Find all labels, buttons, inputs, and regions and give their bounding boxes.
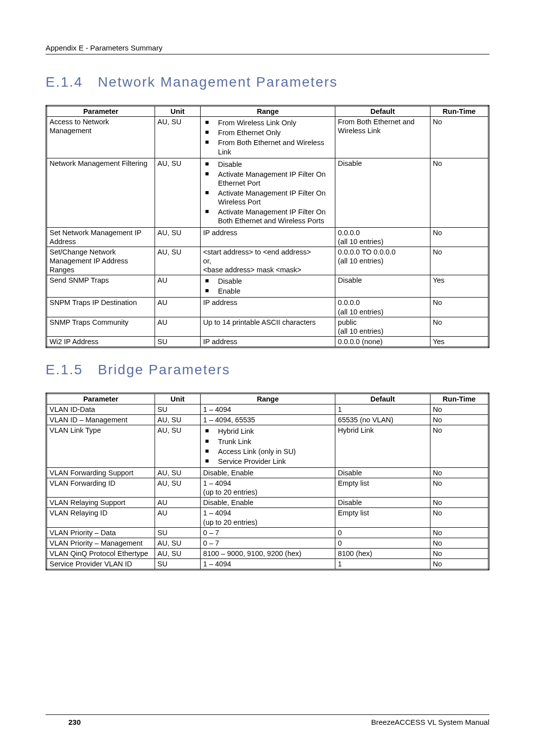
table-row: VLAN Forwarding SupportAU, SUDisable, En… [47, 467, 489, 478]
cell-parameter: VLAN Link Type [47, 425, 155, 468]
cell-unit: AU [155, 317, 200, 336]
cell-parameter: Send SNMP Traps [47, 275, 155, 298]
col-unit: Unit [155, 394, 200, 404]
cell-range: DisableEnable [201, 275, 335, 298]
cell-parameter: Access to Network Management [47, 117, 155, 158]
table-row: Send SNMP TrapsAUDisableEnableDisableYes [47, 275, 489, 298]
cell-unit: AU, SU [155, 117, 200, 158]
col-range: Range [201, 394, 335, 404]
table-row: VLAN Priority – DataSU0 – 70No [47, 527, 489, 538]
cell-default: Empty list [335, 478, 430, 498]
cell-unit: AU [155, 498, 200, 508]
cell-unit: AU, SU [155, 478, 200, 498]
cell-parameter: VLAN ID-Data [47, 404, 155, 415]
table-row: VLAN Relaying SupportAUDisable, EnableDi… [47, 498, 489, 508]
cell-default: 1 [335, 559, 430, 570]
cell-unit: AU, SU [155, 467, 200, 478]
table-header-row: Parameter Unit Range Default Run-Time [47, 394, 489, 404]
range-bullet: Access Link (only in SU) [203, 447, 332, 456]
cell-unit: AU, SU [155, 415, 200, 425]
col-default: Default [335, 106, 430, 117]
table-row: Set Network Management IP AddressAU, SUI… [47, 227, 489, 247]
range-bullet: Disable [203, 277, 332, 286]
cell-runtime: Yes [430, 275, 488, 298]
manual-name: BreezeACCESS VL System Manual [371, 718, 489, 726]
cell-parameter: VLAN Relaying ID [47, 508, 155, 527]
table-row: VLAN QinQ Protocol EthertypeAU, SU8100 –… [47, 548, 489, 558]
range-bullet: Hybrid Link [203, 427, 332, 436]
cell-default: 8100 (hex) [335, 548, 430, 558]
cell-runtime: No [430, 247, 488, 275]
cell-runtime: No [430, 559, 488, 570]
table-row: VLAN ID – ManagementAU, SU1 – 4094, 6553… [47, 415, 489, 425]
col-range: Range [201, 106, 335, 117]
cell-parameter: SNPM Traps IP Destination [47, 298, 155, 317]
cell-parameter: VLAN Priority – Management [47, 538, 155, 548]
range-bullet: Disable [203, 160, 332, 169]
cell-parameter: Wi2 IP Address [47, 336, 155, 347]
cell-unit: AU, SU [155, 158, 200, 227]
col-default: Default [335, 394, 430, 404]
cell-parameter: Set/Change Network Management IP Address… [47, 247, 155, 275]
cell-runtime: No [430, 317, 488, 336]
cell-range: 1 – 4094, 65535 [201, 415, 335, 425]
cell-range: 1 – 4094 (up to 20 entries) [201, 508, 335, 527]
cell-range: 1 – 4094 [201, 404, 335, 415]
table-row: VLAN Priority – ManagementAU, SU0 – 70No [47, 538, 489, 548]
cell-parameter: SNMP Traps Community [47, 317, 155, 336]
range-bullet: Enable [203, 287, 332, 296]
range-bullet: Trunk Link [203, 437, 332, 446]
cell-unit: SU [155, 336, 200, 347]
cell-runtime: No [430, 117, 488, 158]
table-row: Wi2 IP AddressSUIP address0.0.0.0 (none)… [47, 336, 489, 347]
cell-runtime: No [430, 498, 488, 508]
cell-range: 1 – 4094 [201, 559, 335, 570]
page-number: 230 [68, 718, 81, 726]
range-bullet: Activate Management IP Filter On Etherne… [203, 170, 332, 188]
page-header: Appendix E - Parameters Summary [46, 44, 489, 54]
cell-default: Disable [335, 158, 430, 227]
col-parameter: Parameter [47, 394, 155, 404]
cell-unit: SU [155, 559, 200, 570]
cell-default: Disable [335, 467, 430, 478]
section-heading-e15: E.1.5Bridge Parameters [46, 362, 489, 378]
cell-unit: SU [155, 527, 200, 538]
range-bullet: From Wireless Link Only [203, 118, 332, 127]
table-header-row: Parameter Unit Range Default Run-Time [47, 106, 489, 117]
cell-runtime: No [430, 425, 488, 468]
cell-runtime: No [430, 467, 488, 478]
cell-runtime: No [430, 298, 488, 317]
cell-default: Hybrid Link [335, 425, 430, 468]
table-row: VLAN Forwarding IDAU, SU1 – 4094 (up to … [47, 478, 489, 498]
table-row: VLAN Relaying IDAU1 – 4094 (up to 20 ent… [47, 508, 489, 527]
cell-runtime: No [430, 478, 488, 498]
table-bridge-parameters: Parameter Unit Range Default Run-Time VL… [46, 393, 489, 570]
table-row: SNMP Traps CommunityAUUp to 14 printable… [47, 317, 489, 336]
table-row: Access to Network ManagementAU, SUFrom W… [47, 117, 489, 158]
cell-default: Disable [335, 275, 430, 298]
cell-range: From Wireless Link OnlyFrom Ethernet Onl… [201, 117, 335, 158]
cell-unit: AU, SU [155, 538, 200, 548]
col-runtime: Run-Time [430, 106, 488, 117]
range-bullet: Activate Management IP Filter On Both Et… [203, 207, 332, 225]
cell-runtime: No [430, 527, 488, 538]
table-row: VLAN Link TypeAU, SUHybrid LinkTrunk Lin… [47, 425, 489, 468]
cell-unit: AU, SU [155, 425, 200, 468]
cell-parameter: VLAN Relaying Support [47, 498, 155, 508]
cell-default: 1 [335, 404, 430, 415]
cell-parameter: VLAN ID – Management [47, 415, 155, 425]
cell-default: 0.0.0.0 (all 10 entries) [335, 227, 430, 247]
cell-unit: AU, SU [155, 227, 200, 247]
table-row: Set/Change Network Management IP Address… [47, 247, 489, 275]
range-bullet: Activate Management IP Filter On Wireles… [203, 189, 332, 206]
cell-runtime: No [430, 158, 488, 227]
table-row: VLAN ID-DataSU1 – 40941No [47, 404, 489, 415]
cell-runtime: No [430, 548, 488, 558]
cell-range: 1 – 4094 (up to 20 entries) [201, 478, 335, 498]
cell-range: <start address> to <end address> or, <ba… [201, 247, 335, 275]
cell-default: 0.0.0.0 (all 10 entries) [335, 298, 430, 317]
cell-range: IP address [201, 336, 335, 347]
cell-parameter: VLAN Priority – Data [47, 527, 155, 538]
cell-default: Empty list [335, 508, 430, 527]
cell-unit: AU, SU [155, 247, 200, 275]
